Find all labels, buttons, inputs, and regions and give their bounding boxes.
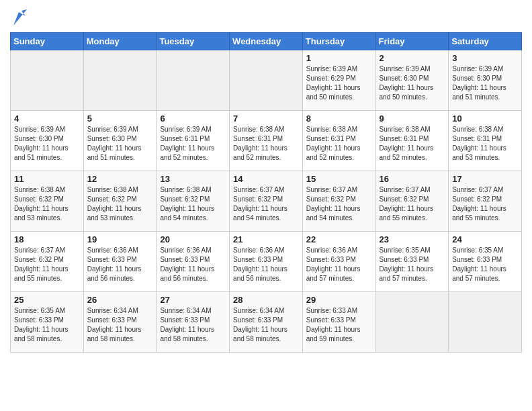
day-number: 20 <box>160 234 226 244</box>
day-info: Sunrise: 6:36 AM Sunset: 6:33 PM Dayligh… <box>233 246 299 283</box>
day-number: 25 <box>14 295 80 305</box>
day-info: Sunrise: 6:35 AM Sunset: 6:33 PM Dayligh… <box>452 246 518 283</box>
day-cell: 29Sunrise: 6:33 AM Sunset: 6:33 PM Dayli… <box>302 292 375 353</box>
day-cell <box>83 50 157 111</box>
day-info: Sunrise: 6:38 AM Sunset: 6:31 PM Dayligh… <box>233 125 299 163</box>
day-cell <box>230 50 303 111</box>
svg-marker-0 <box>13 9 27 26</box>
day-cell: 8Sunrise: 6:38 AM Sunset: 6:31 PM Daylig… <box>302 111 375 171</box>
day-cell: 5Sunrise: 6:39 AM Sunset: 6:30 PM Daylig… <box>83 111 157 171</box>
day-info: Sunrise: 6:39 AM Sunset: 6:30 PM Dayligh… <box>452 64 518 102</box>
week-row-5: 25Sunrise: 6:35 AM Sunset: 6:33 PM Dayli… <box>11 292 522 353</box>
day-info: Sunrise: 6:38 AM Sunset: 6:32 PM Dayligh… <box>160 185 226 223</box>
day-cell: 17Sunrise: 6:37 AM Sunset: 6:32 PM Dayli… <box>449 171 522 232</box>
day-number: 16 <box>380 174 445 184</box>
day-cell: 4Sunrise: 6:39 AM Sunset: 6:30 PM Daylig… <box>11 111 84 171</box>
day-number: 23 <box>380 234 445 244</box>
col-header-tuesday: Tuesday <box>157 33 230 50</box>
day-info: Sunrise: 6:35 AM Sunset: 6:33 PM Dayligh… <box>14 306 80 344</box>
day-number: 28 <box>233 295 299 305</box>
day-info: Sunrise: 6:37 AM Sunset: 6:32 PM Dayligh… <box>14 246 80 283</box>
day-number: 1 <box>306 53 372 63</box>
day-number: 7 <box>233 113 299 124</box>
day-number: 18 <box>14 234 80 244</box>
day-cell: 25Sunrise: 6:35 AM Sunset: 6:33 PM Dayli… <box>11 292 84 353</box>
day-info: Sunrise: 6:37 AM Sunset: 6:32 PM Dayligh… <box>380 185 445 223</box>
week-row-3: 11Sunrise: 6:38 AM Sunset: 6:32 PM Dayli… <box>11 171 522 232</box>
day-number: 3 <box>452 53 518 63</box>
day-cell: 21Sunrise: 6:36 AM Sunset: 6:33 PM Dayli… <box>230 232 303 292</box>
day-number: 9 <box>380 113 445 124</box>
day-cell: 20Sunrise: 6:36 AM Sunset: 6:33 PM Dayli… <box>157 232 230 292</box>
day-info: Sunrise: 6:35 AM Sunset: 6:33 PM Dayligh… <box>380 246 445 283</box>
day-cell: 3Sunrise: 6:39 AM Sunset: 6:30 PM Daylig… <box>449 50 522 111</box>
day-number: 6 <box>160 113 226 124</box>
day-info: Sunrise: 6:39 AM Sunset: 6:29 PM Dayligh… <box>306 64 372 102</box>
day-info: Sunrise: 6:38 AM Sunset: 6:31 PM Dayligh… <box>306 125 372 163</box>
day-cell: 2Sunrise: 6:39 AM Sunset: 6:30 PM Daylig… <box>375 50 449 111</box>
day-number: 2 <box>380 53 445 63</box>
day-cell: 18Sunrise: 6:37 AM Sunset: 6:32 PM Dayli… <box>11 232 84 292</box>
day-number: 22 <box>306 234 372 244</box>
day-info: Sunrise: 6:36 AM Sunset: 6:33 PM Dayligh… <box>306 246 372 283</box>
day-info: Sunrise: 6:37 AM Sunset: 6:32 PM Dayligh… <box>233 185 299 223</box>
day-number: 10 <box>452 113 518 124</box>
day-cell: 26Sunrise: 6:34 AM Sunset: 6:33 PM Dayli… <box>83 292 157 353</box>
day-cell: 12Sunrise: 6:38 AM Sunset: 6:32 PM Dayli… <box>83 171 157 232</box>
day-info: Sunrise: 6:38 AM Sunset: 6:31 PM Dayligh… <box>452 125 518 163</box>
week-row-4: 18Sunrise: 6:37 AM Sunset: 6:32 PM Dayli… <box>11 232 522 292</box>
day-number: 4 <box>14 113 80 124</box>
day-number: 17 <box>452 174 518 184</box>
day-cell: 6Sunrise: 6:39 AM Sunset: 6:31 PM Daylig… <box>157 111 230 171</box>
day-cell: 23Sunrise: 6:35 AM Sunset: 6:33 PM Dayli… <box>375 232 449 292</box>
day-number: 13 <box>160 174 226 184</box>
day-cell: 10Sunrise: 6:38 AM Sunset: 6:31 PM Dayli… <box>449 111 522 171</box>
day-cell: 15Sunrise: 6:37 AM Sunset: 6:32 PM Dayli… <box>302 171 375 232</box>
day-number: 5 <box>87 113 153 124</box>
day-number: 19 <box>87 234 153 244</box>
header <box>10 7 522 27</box>
day-info: Sunrise: 6:37 AM Sunset: 6:32 PM Dayligh… <box>452 185 518 223</box>
day-number: 21 <box>233 234 299 244</box>
day-cell: 19Sunrise: 6:36 AM Sunset: 6:33 PM Dayli… <box>83 232 157 292</box>
day-cell <box>449 292 522 353</box>
day-info: Sunrise: 6:39 AM Sunset: 6:31 PM Dayligh… <box>160 125 226 163</box>
week-row-1: 1Sunrise: 6:39 AM Sunset: 6:29 PM Daylig… <box>11 50 522 111</box>
day-cell: 24Sunrise: 6:35 AM Sunset: 6:33 PM Dayli… <box>449 232 522 292</box>
col-header-saturday: Saturday <box>449 33 522 50</box>
day-cell: 27Sunrise: 6:34 AM Sunset: 6:33 PM Dayli… <box>157 292 230 353</box>
day-cell: 13Sunrise: 6:38 AM Sunset: 6:32 PM Dayli… <box>157 171 230 232</box>
day-cell <box>157 50 230 111</box>
day-number: 8 <box>306 113 372 124</box>
logo-bird-icon <box>12 9 27 27</box>
col-header-friday: Friday <box>375 33 449 50</box>
col-header-thursday: Thursday <box>302 33 375 50</box>
day-number: 26 <box>87 295 153 305</box>
logo <box>10 12 27 27</box>
day-number: 27 <box>160 295 226 305</box>
day-info: Sunrise: 6:39 AM Sunset: 6:30 PM Dayligh… <box>380 64 445 102</box>
day-cell: 14Sunrise: 6:37 AM Sunset: 6:32 PM Dayli… <box>230 171 303 232</box>
header-row: SundayMondayTuesdayWednesdayThursdayFrid… <box>11 33 522 50</box>
day-cell <box>11 50 84 111</box>
day-info: Sunrise: 6:34 AM Sunset: 6:33 PM Dayligh… <box>233 306 299 344</box>
col-header-sunday: Sunday <box>11 33 84 50</box>
day-number: 24 <box>452 234 518 244</box>
day-info: Sunrise: 6:38 AM Sunset: 6:32 PM Dayligh… <box>14 185 80 223</box>
day-cell: 16Sunrise: 6:37 AM Sunset: 6:32 PM Dayli… <box>375 171 449 232</box>
day-number: 29 <box>306 295 372 305</box>
col-header-wednesday: Wednesday <box>230 33 303 50</box>
day-cell: 9Sunrise: 6:38 AM Sunset: 6:31 PM Daylig… <box>375 111 449 171</box>
day-cell: 1Sunrise: 6:39 AM Sunset: 6:29 PM Daylig… <box>302 50 375 111</box>
day-cell <box>375 292 449 353</box>
day-cell: 11Sunrise: 6:38 AM Sunset: 6:32 PM Dayli… <box>11 171 84 232</box>
day-number: 15 <box>306 174 372 184</box>
col-header-monday: Monday <box>83 33 157 50</box>
day-info: Sunrise: 6:38 AM Sunset: 6:31 PM Dayligh… <box>380 125 445 163</box>
day-info: Sunrise: 6:34 AM Sunset: 6:33 PM Dayligh… <box>160 306 226 344</box>
day-number: 14 <box>233 174 299 184</box>
day-info: Sunrise: 6:39 AM Sunset: 6:30 PM Dayligh… <box>14 125 80 163</box>
day-info: Sunrise: 6:39 AM Sunset: 6:30 PM Dayligh… <box>87 125 153 163</box>
day-info: Sunrise: 6:36 AM Sunset: 6:33 PM Dayligh… <box>160 246 226 283</box>
day-cell: 28Sunrise: 6:34 AM Sunset: 6:33 PM Dayli… <box>230 292 303 353</box>
